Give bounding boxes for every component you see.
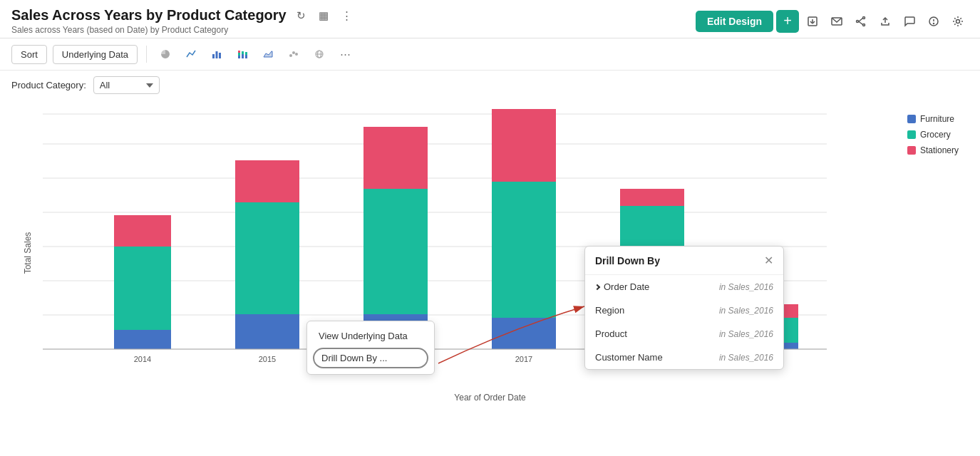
header-right: Edit Design +	[696, 10, 969, 33]
legend-item-furniture: Furniture	[907, 114, 959, 124]
chart-legend: Furniture Grocery Stationery	[907, 114, 959, 155]
dot-chart-icon[interactable]	[284, 44, 304, 64]
drill-down-panel: Drill Down By ✕ Order Date in Sales_2016…	[584, 246, 784, 370]
more-icon[interactable]: ⋮	[339, 8, 355, 24]
drill-down-close-button[interactable]: ✕	[764, 254, 773, 267]
legend-item-stationery: Stationery	[907, 145, 959, 155]
bar-2015-stationery[interactable]	[235, 160, 299, 202]
context-menu-item-underlying[interactable]: View Underlying Data	[307, 326, 434, 346]
export-icon[interactable]	[802, 11, 823, 32]
drill-down-title: Drill Down By	[595, 255, 660, 266]
header-left: Sales Across Years by Product Category ↻…	[11, 7, 355, 35]
upload-icon[interactable]	[875, 11, 896, 32]
legend-label-stationery: Stationery	[920, 145, 959, 155]
svg-text:2014: 2014	[134, 355, 151, 363]
drill-down-row-left-product: Product	[595, 328, 627, 339]
svg-rect-17	[219, 53, 221, 58]
drill-down-row-left-customer: Customer Name	[595, 352, 663, 363]
svg-point-14	[956, 19, 960, 23]
refresh-icon[interactable]: ↻	[294, 8, 309, 24]
svg-text:2015: 2015	[259, 355, 276, 363]
drill-down-source-order-date: in Sales_2016	[719, 282, 773, 292]
drill-down-row-customer[interactable]: Customer Name in Sales_2016	[585, 346, 783, 369]
toolbar-separator	[146, 46, 147, 63]
y-axis-label: Total Sales	[23, 232, 33, 274]
filter-bar: Product Category: All Furniture Grocery …	[0, 71, 980, 100]
drill-down-label-customer: Customer Name	[595, 352, 663, 363]
svg-point-26	[289, 54, 292, 57]
chart-toolbar: Sort Underlying Data ⋯	[0, 38, 980, 71]
x-axis-label: Year of Order Date	[454, 393, 525, 403]
svg-rect-23	[245, 55, 247, 58]
sort-button[interactable]: Sort	[11, 45, 47, 64]
svg-point-13	[934, 23, 934, 24]
settings-icon[interactable]	[947, 11, 969, 32]
svg-rect-21	[242, 54, 244, 58]
drill-down-label-region: Region	[595, 305, 624, 316]
bar-2015-furniture[interactable]	[235, 314, 299, 349]
drill-down-source-region: in Sales_2016	[719, 306, 773, 316]
svg-rect-15	[212, 54, 215, 58]
context-menu: View Underlying Data Drill Down By ...	[306, 321, 435, 375]
legend-color-stationery	[907, 146, 916, 155]
svg-rect-24	[245, 52, 247, 55]
svg-point-7	[863, 24, 865, 26]
drill-down-source-customer: in Sales_2016	[719, 353, 773, 363]
legend-label-furniture: Furniture	[920, 114, 954, 124]
table-icon[interactable]: ▦	[316, 8, 331, 24]
svg-point-28	[295, 53, 298, 56]
page-header: Sales Across Years by Product Category ↻…	[0, 0, 980, 38]
pie-chart-icon[interactable]	[155, 44, 175, 64]
geo-chart-icon[interactable]	[309, 44, 329, 64]
bar-2017-furniture[interactable]	[492, 318, 556, 349]
drill-down-row-left-order-date: Order Date	[595, 281, 649, 292]
add-button[interactable]: +	[776, 10, 799, 33]
bar-chart-icon[interactable]	[207, 44, 227, 64]
legend-label-grocery: Grocery	[920, 130, 951, 140]
legend-color-furniture	[907, 115, 916, 123]
svg-marker-25	[264, 51, 272, 57]
edit-design-button[interactable]: Edit Design	[696, 11, 773, 32]
svg-rect-16	[216, 51, 218, 58]
drill-down-row-product[interactable]: Product in Sales_2016	[585, 322, 783, 346]
more-charts-icon[interactable]: ⋯	[335, 44, 355, 64]
stacked-bar-icon[interactable]	[232, 44, 252, 64]
underlying-data-button[interactable]: Underlying Data	[53, 45, 138, 64]
svg-text:2017: 2017	[515, 355, 532, 363]
drill-down-row-order-date[interactable]: Order Date in Sales_2016	[585, 275, 783, 299]
bar-2016-grocery[interactable]	[363, 189, 428, 314]
page-title: Sales Across Years by Product Category	[11, 7, 287, 24]
drill-down-label-order-date: Order Date	[604, 281, 649, 292]
context-menu-item-drilldown[interactable]: Drill Down By ...	[313, 348, 428, 368]
svg-rect-18	[238, 56, 240, 58]
bar-2014-stationery[interactable]	[114, 215, 171, 247]
page-title-area: Sales Across Years by Product Category ↻…	[11, 7, 355, 24]
product-category-filter[interactable]: All Furniture Grocery Stationery	[93, 76, 160, 94]
drill-down-row-left-region: Region	[595, 305, 624, 316]
drill-down-row-region[interactable]: Region in Sales_2016	[585, 299, 783, 322]
svg-rect-20	[238, 51, 240, 53]
svg-point-27	[292, 51, 295, 54]
legend-item-grocery: Grocery	[907, 130, 959, 140]
alert-icon[interactable]	[923, 11, 944, 32]
drill-down-header: Drill Down By ✕	[585, 247, 783, 275]
svg-point-6	[857, 20, 859, 22]
email-icon[interactable]	[826, 11, 847, 32]
bar-2018-stationery[interactable]	[620, 189, 684, 206]
area-chart-icon[interactable]	[258, 44, 278, 64]
bar-2014-grocery[interactable]	[114, 247, 171, 330]
svg-rect-19	[238, 53, 240, 56]
comment-icon[interactable]	[899, 11, 920, 32]
svg-line-9	[859, 21, 863, 25]
bar-2016-stationery[interactable]	[363, 127, 428, 189]
bar-2014-furniture[interactable]	[114, 330, 171, 349]
chart-container: Total Sales $0 $1L $2L $3L $4L $5L $6L $…	[0, 100, 980, 406]
page-subtitle: Sales across Years (based on Date) by Pr…	[11, 25, 355, 35]
bar-2017-grocery[interactable]	[492, 182, 556, 318]
line-chart-icon[interactable]	[181, 44, 201, 64]
share-icon[interactable]	[850, 11, 872, 32]
filter-label: Product Category:	[11, 80, 86, 90]
bar-2017-stationery[interactable]	[492, 109, 556, 182]
drill-down-source-product: in Sales_2016	[719, 329, 773, 339]
bar-2015-grocery[interactable]	[235, 202, 299, 314]
